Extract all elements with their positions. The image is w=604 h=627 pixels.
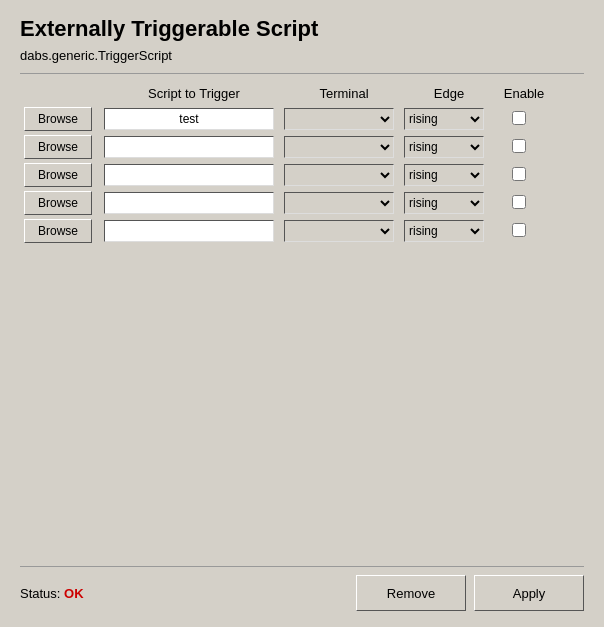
col-header-terminal: Terminal <box>284 86 404 101</box>
script-input-1[interactable] <box>104 108 274 130</box>
enable-checkbox-4[interactable] <box>512 195 526 209</box>
rows-area: BrowserisingfallingbothBrowserisingfalli… <box>20 107 584 331</box>
script-input-3[interactable] <box>104 164 274 186</box>
script-input-5[interactable] <box>104 220 274 242</box>
col-header-enable: Enable <box>494 86 554 101</box>
table-row: Browserisingfallingboth <box>20 219 584 243</box>
col-header-script: Script to Trigger <box>104 86 284 101</box>
bottom-divider <box>20 566 584 567</box>
edge-select-2[interactable]: risingfallingboth <box>404 136 484 158</box>
browse-button-5[interactable]: Browse <box>24 219 92 243</box>
script-input-2[interactable] <box>104 136 274 158</box>
table-row: Browserisingfallingboth <box>20 163 584 187</box>
dialog-title: Externally Triggerable Script <box>20 16 584 42</box>
title-divider <box>20 73 584 74</box>
browse-button-3[interactable]: Browse <box>24 163 92 187</box>
table-row: Browserisingfallingboth <box>20 135 584 159</box>
remove-button[interactable]: Remove <box>356 575 466 611</box>
terminal-select-3[interactable] <box>284 164 394 186</box>
dialog-container: Externally Triggerable Script dabs.gener… <box>0 0 604 627</box>
table-row: Browserisingfallingboth <box>20 191 584 215</box>
table-header: Script to Trigger Terminal Edge Enable <box>20 86 584 101</box>
edge-select-5[interactable]: risingfallingboth <box>404 220 484 242</box>
edge-select-3[interactable]: risingfallingboth <box>404 164 484 186</box>
dialog-subtitle: dabs.generic.TriggerScript <box>20 48 584 63</box>
enable-checkbox-1[interactable] <box>512 111 526 125</box>
apply-button[interactable]: Apply <box>474 575 584 611</box>
browse-button-2[interactable]: Browse <box>24 135 92 159</box>
footer: Status: OK Remove Apply <box>20 575 584 611</box>
enable-checkbox-5[interactable] <box>512 223 526 237</box>
terminal-select-1[interactable] <box>284 108 394 130</box>
status-text: Status: OK <box>20 586 84 601</box>
terminal-select-4[interactable] <box>284 192 394 214</box>
footer-buttons: Remove Apply <box>356 575 584 611</box>
terminal-select-5[interactable] <box>284 220 394 242</box>
edge-select-1[interactable]: risingfallingboth <box>404 108 484 130</box>
script-input-4[interactable] <box>104 192 274 214</box>
edge-select-4[interactable]: risingfallingboth <box>404 192 484 214</box>
table-row: Browserisingfallingboth <box>20 107 584 131</box>
browse-button-4[interactable]: Browse <box>24 191 92 215</box>
terminal-select-2[interactable] <box>284 136 394 158</box>
col-header-empty <box>24 86 104 101</box>
status-prefix: Status: <box>20 586 64 601</box>
enable-checkbox-3[interactable] <box>512 167 526 181</box>
status-value: OK <box>64 586 84 601</box>
enable-checkbox-2[interactable] <box>512 139 526 153</box>
browse-button-1[interactable]: Browse <box>24 107 92 131</box>
col-header-edge: Edge <box>404 86 494 101</box>
